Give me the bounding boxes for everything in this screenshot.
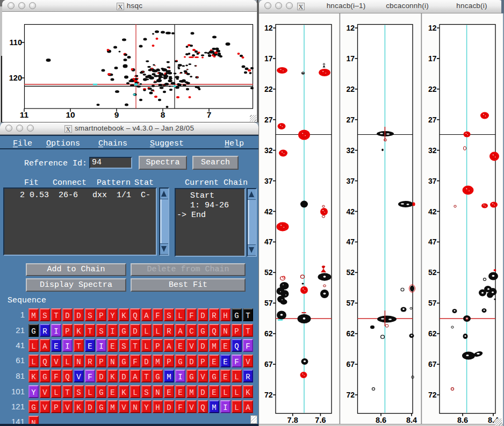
svg-text:27: 27 [264, 115, 273, 124]
svg-text:9: 9 [114, 110, 119, 119]
svg-text:22: 22 [264, 85, 273, 93]
svg-text:42: 42 [346, 207, 355, 216]
svg-text:72: 72 [428, 391, 437, 399]
svg-text:12: 12 [264, 24, 273, 32]
svg-text:62: 62 [264, 329, 273, 338]
svg-text:37: 37 [428, 177, 437, 185]
svg-text:8.6: 8.6 [376, 416, 386, 424]
svg-text:52: 52 [346, 268, 355, 277]
svg-text:7.8: 7.8 [287, 416, 298, 424]
svg-text:22: 22 [428, 85, 437, 93]
svg-text:32: 32 [346, 146, 355, 155]
svg-text:11: 11 [20, 110, 29, 119]
svg-text:17: 17 [428, 54, 437, 63]
svg-text:7.6: 7.6 [315, 416, 326, 424]
svg-text:52: 52 [428, 268, 437, 277]
svg-text:27: 27 [346, 115, 355, 124]
svg-text:62: 62 [346, 329, 355, 338]
svg-text:110: 110 [10, 38, 22, 47]
svg-text:17: 17 [346, 54, 355, 63]
svg-text:22: 22 [346, 85, 355, 93]
svg-text:12: 12 [346, 24, 355, 32]
svg-text:42: 42 [264, 207, 273, 216]
svg-text:52: 52 [264, 268, 273, 277]
svg-text:32: 32 [264, 146, 273, 155]
svg-text:67: 67 [428, 360, 437, 369]
svg-text:47: 47 [264, 237, 273, 246]
svg-text:42: 42 [428, 207, 437, 216]
svg-text:72: 72 [264, 391, 273, 399]
svg-text:27: 27 [428, 115, 437, 124]
svg-text:12: 12 [428, 24, 437, 32]
svg-text:32: 32 [428, 146, 437, 155]
svg-text:57: 57 [346, 299, 355, 307]
svg-text:8: 8 [161, 110, 165, 119]
svg-text:62: 62 [428, 329, 437, 338]
svg-text:47: 47 [428, 237, 437, 246]
svg-text:47: 47 [346, 237, 355, 246]
svg-text:8.6: 8.6 [457, 416, 468, 424]
svg-text:37: 37 [346, 177, 355, 185]
svg-text:67: 67 [264, 360, 273, 369]
svg-text:72: 72 [346, 391, 355, 399]
svg-text:10: 10 [66, 110, 75, 119]
svg-text:57: 57 [428, 299, 437, 307]
svg-text:7: 7 [207, 110, 212, 119]
svg-text:67: 67 [346, 360, 355, 369]
svg-text:17: 17 [264, 54, 273, 63]
svg-text:37: 37 [264, 177, 273, 185]
svg-text:8.4: 8.4 [406, 416, 417, 424]
svg-text:57: 57 [264, 299, 273, 307]
svg-text:120: 120 [9, 74, 22, 82]
